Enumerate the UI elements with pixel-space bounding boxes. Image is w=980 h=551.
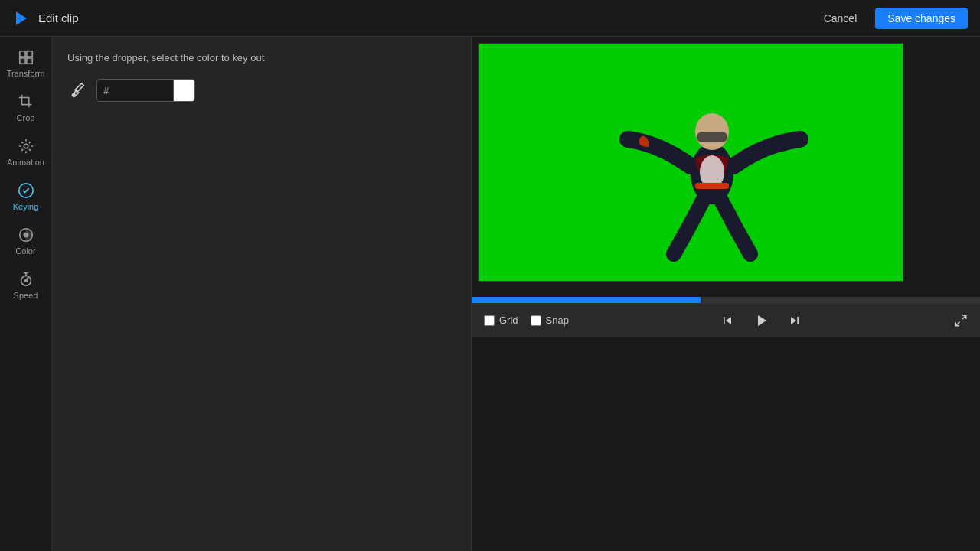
header: Edit clip Cancel Save changes xyxy=(0,0,980,37)
sidebar-label-crop: Crop xyxy=(17,113,35,122)
play-icon xyxy=(752,311,770,330)
sidebar-label-animation: Animation xyxy=(7,158,44,167)
sidebar-item-keying[interactable]: Keying xyxy=(3,176,49,217)
video-container xyxy=(472,37,980,297)
snap-label: Snap xyxy=(546,315,569,326)
color-swatch[interactable] xyxy=(173,80,194,101)
svg-rect-2 xyxy=(26,51,31,57)
skip-start-button[interactable] xyxy=(715,308,740,333)
keying-icon xyxy=(18,182,34,199)
svg-point-7 xyxy=(24,233,28,237)
svg-marker-0 xyxy=(16,11,27,25)
color-hex-input[interactable] xyxy=(112,82,173,99)
grid-checkbox-label[interactable]: Grid xyxy=(484,315,518,326)
skip-end-button[interactable] xyxy=(782,308,807,333)
expand-icon xyxy=(954,314,968,328)
speed-icon xyxy=(18,271,34,288)
timeline-progress xyxy=(472,297,701,303)
color-input-group: # xyxy=(96,79,195,102)
svg-rect-3 xyxy=(19,58,24,64)
color-hash: # xyxy=(97,82,112,99)
expand-button[interactable] xyxy=(954,314,968,328)
sidebar-label-speed: Speed xyxy=(14,291,38,300)
sidebar-item-transform[interactable]: Transform xyxy=(3,43,49,84)
main-layout: Transform Crop Animation Keying xyxy=(0,37,980,551)
video-area: Grid Snap xyxy=(472,37,980,551)
controls-bar: Grid Snap xyxy=(472,303,980,337)
video-preview xyxy=(478,43,903,282)
sidebar-label-transform: Transform xyxy=(7,69,45,78)
sidebar-item-speed[interactable]: Speed xyxy=(3,265,49,306)
person-figure xyxy=(605,59,819,273)
skip-end-icon xyxy=(787,313,802,328)
app-logo xyxy=(12,9,31,28)
color-icon xyxy=(18,227,34,243)
svg-point-10 xyxy=(73,93,75,96)
skip-start-icon xyxy=(720,313,735,328)
transform-icon xyxy=(18,49,34,66)
svg-rect-4 xyxy=(26,58,31,64)
animation-icon xyxy=(18,138,34,155)
cancel-button[interactable]: Cancel xyxy=(813,8,868,29)
playback-controls xyxy=(581,308,942,333)
sidebar-item-animation[interactable]: Animation xyxy=(3,132,49,173)
play-button[interactable] xyxy=(749,308,773,333)
panel-instruction: Using the dropper, select the color to k… xyxy=(67,52,456,64)
save-button[interactable]: Save changes xyxy=(875,8,968,29)
sidebar-item-color[interactable]: Color xyxy=(3,220,49,262)
sidebar-label-color: Color xyxy=(15,246,35,256)
svg-point-9 xyxy=(24,279,27,282)
timeline-bar[interactable] xyxy=(472,297,980,303)
snap-checkbox-label[interactable]: Snap xyxy=(531,315,569,326)
grid-checkbox[interactable] xyxy=(484,315,495,326)
sidebar-item-crop[interactable]: Crop xyxy=(3,87,49,129)
svg-rect-15 xyxy=(695,183,729,189)
crop-icon xyxy=(18,93,34,110)
bottom-area xyxy=(472,337,980,551)
grid-label: Grid xyxy=(499,315,518,326)
keying-panel: Using the dropper, select the color to k… xyxy=(52,37,472,551)
svg-rect-13 xyxy=(697,132,727,142)
header-actions: Cancel Save changes xyxy=(813,8,968,29)
page-title: Edit clip xyxy=(38,11,813,24)
sidebar: Transform Crop Animation Keying xyxy=(0,37,52,551)
snap-checkbox[interactable] xyxy=(531,315,541,326)
dropper-row: # xyxy=(67,79,456,102)
svg-rect-1 xyxy=(19,51,24,57)
sidebar-label-keying: Keying xyxy=(13,202,39,211)
svg-point-5 xyxy=(24,144,28,148)
dropper-icon[interactable] xyxy=(67,80,89,101)
